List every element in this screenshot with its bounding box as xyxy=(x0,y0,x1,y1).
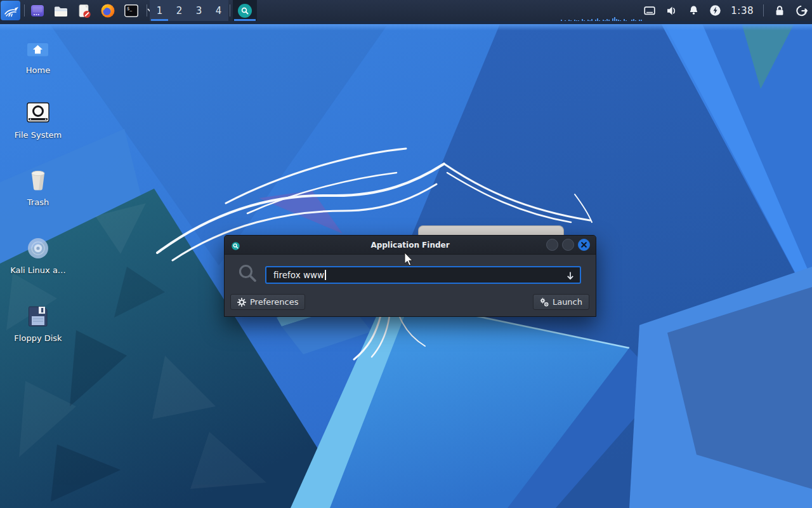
kali-menu-button[interactable] xyxy=(1,1,20,20)
dropdown-arrow-icon[interactable] xyxy=(566,271,575,283)
desktop-icon-filesystem[interactable]: File System xyxy=(5,100,71,140)
search-query: firefox www xyxy=(273,270,324,280)
clock[interactable]: 1:38 xyxy=(731,5,754,17)
application-finder-window: Application Finder firefox www xyxy=(224,235,596,317)
close-button[interactable] xyxy=(578,239,590,251)
top-panel: $_ 1 2 3 4 xyxy=(0,0,812,21)
desktop-icon-label: Floppy Disk xyxy=(14,333,62,343)
desktop-icon-trash[interactable]: Trash xyxy=(5,168,71,207)
workspace-4[interactable]: 4 xyxy=(209,0,228,21)
terminal-icon: $_ xyxy=(124,3,139,18)
workspace-pager: 1 2 3 4 xyxy=(150,0,228,21)
desktop-icon-label: File System xyxy=(15,130,62,140)
folder-icon xyxy=(53,3,69,18)
gear-icon xyxy=(237,298,246,307)
panel-separator xyxy=(230,4,230,17)
file-manager-launcher[interactable] xyxy=(53,3,69,19)
notification-bell-icon[interactable] xyxy=(688,4,700,17)
desktop-icon-label: Trash xyxy=(27,197,49,207)
trash-can-icon xyxy=(25,168,51,193)
desktop-icon-kali-cd[interactable]: Kali Linux a… xyxy=(5,236,71,275)
app-finder-task-icon xyxy=(238,4,252,18)
workspace-1[interactable]: 1 xyxy=(150,0,169,21)
system-tray: 1:38 xyxy=(643,0,808,21)
mouse-cursor xyxy=(404,253,414,269)
launch-label: Launch xyxy=(553,297,582,307)
window-title: Application Finder xyxy=(225,236,596,254)
close-icon xyxy=(581,242,587,248)
floppy-disk-icon xyxy=(25,304,51,329)
files-app-launcher[interactable] xyxy=(29,3,46,19)
desktop-icon-home[interactable]: Home xyxy=(5,36,71,75)
cd-disc-icon xyxy=(25,236,51,261)
terminal-launcher[interactable]: $_ xyxy=(123,3,140,19)
power-manager-icon[interactable] xyxy=(709,4,721,17)
text-caret xyxy=(325,270,326,280)
preferences-button[interactable]: Preferences xyxy=(230,294,305,310)
maximize-button[interactable] xyxy=(562,239,574,251)
desktop-icon-label: Kali Linux a… xyxy=(10,265,66,275)
desktop-icon-floppy[interactable]: Floppy Disk xyxy=(5,304,71,343)
lock-icon[interactable] xyxy=(773,4,786,17)
workspace-3[interactable]: 3 xyxy=(189,0,209,21)
workspace-2[interactable]: 2 xyxy=(169,0,189,21)
taskbar-application-finder[interactable] xyxy=(233,0,257,21)
home-folder-icon xyxy=(25,36,51,61)
logout-icon[interactable] xyxy=(796,4,808,17)
document-edit-icon xyxy=(77,3,92,18)
panel-separator xyxy=(763,4,764,17)
gears-launch-icon xyxy=(540,298,549,307)
launch-button[interactable]: Launch xyxy=(533,294,589,310)
search-input[interactable]: firefox www xyxy=(265,266,581,284)
window-titlebar[interactable]: Application Finder xyxy=(225,236,596,255)
preferences-label: Preferences xyxy=(250,297,298,307)
desktop-icon-label: Home xyxy=(26,65,50,75)
volume-icon[interactable] xyxy=(665,4,678,17)
firefox-icon xyxy=(100,3,115,18)
panel-separator xyxy=(147,4,147,17)
purple-window-icon xyxy=(30,3,45,18)
display-icon[interactable] xyxy=(643,4,656,17)
search-icon xyxy=(237,263,259,287)
svg-text:$_: $_ xyxy=(127,6,132,11)
firefox-launcher[interactable] xyxy=(100,3,116,19)
launcher-group: $_ xyxy=(29,0,155,21)
panel-separator xyxy=(24,4,25,17)
text-editor-launcher[interactable] xyxy=(76,3,93,19)
minimize-button[interactable] xyxy=(546,239,558,251)
hard-drive-icon xyxy=(25,100,51,126)
kali-logo-icon xyxy=(3,3,19,19)
